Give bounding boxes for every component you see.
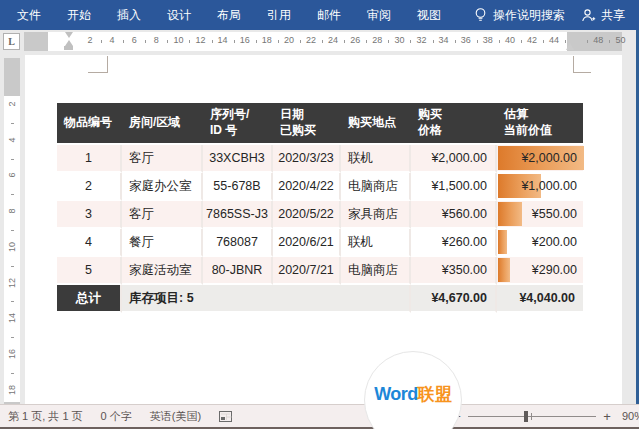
h-ruler-number: 24: [328, 35, 338, 45]
total-purchase-cell[interactable]: ¥4,670.00: [411, 285, 497, 313]
total-current-cell[interactable]: ¥4,040.00: [497, 285, 583, 313]
cell-room[interactable]: 家庭活动室: [122, 257, 203, 285]
zoom-level[interactable]: 90%: [618, 410, 639, 422]
zoom-slider-thumb[interactable]: [524, 411, 528, 422]
h-ruler-tick: [145, 40, 146, 43]
cell-place[interactable]: 电脑商店: [341, 257, 411, 285]
document-page[interactable]: 物品编号 房间/区域 序列号/ID 号 日期已购买 购买地点 购买价格 估算当前…: [25, 55, 622, 404]
h-ruler-number: 8: [154, 35, 159, 45]
tab-mailings[interactable]: 邮件: [304, 0, 354, 30]
zoom-in-button[interactable]: +: [602, 409, 612, 424]
header-purchase-price[interactable]: 购买价格: [411, 103, 497, 145]
horizontal-ruler[interactable]: 2468101214161820222426283032343638404244…: [24, 32, 622, 51]
v-ruler-tick: [11, 159, 14, 160]
word-app-window: 文件 开始 插入 设计 布局 引用 邮件 审阅 视图 操作说明搜索 共享 L: [0, 0, 639, 429]
cell-date[interactable]: 2020/4/22: [273, 173, 341, 201]
cell-place[interactable]: 家具商店: [341, 201, 411, 229]
left-indent-marker[interactable]: [64, 46, 73, 50]
right-indent-marker[interactable]: [566, 43, 574, 50]
cell-item-number[interactable]: 3: [57, 201, 122, 229]
total-label-cell[interactable]: 总计: [57, 285, 122, 313]
cell-room[interactable]: 客厅: [122, 201, 203, 229]
cell-place[interactable]: 电脑商店: [341, 173, 411, 201]
cell-item-number[interactable]: 4: [57, 229, 122, 257]
v-ruler-number: 4: [7, 132, 17, 148]
cell-place[interactable]: 联机: [341, 229, 411, 257]
cell-current-value[interactable]: ¥1,000.00: [497, 173, 583, 201]
tab-home[interactable]: 开始: [54, 0, 104, 30]
v-ruler-number: 12: [7, 275, 17, 291]
header-purchase-place[interactable]: 购买地点: [341, 103, 411, 145]
macro-record-icon[interactable]: [219, 411, 232, 422]
cell-current-value[interactable]: ¥2,000.00: [497, 145, 583, 173]
cell-date[interactable]: 2020/6/21: [273, 229, 341, 257]
h-ruler-number: 22: [306, 35, 316, 45]
header-current-value[interactable]: 估算当前价值: [497, 103, 583, 145]
h-ruler-tick: [322, 40, 323, 43]
cell-price[interactable]: ¥1,500.00: [411, 173, 497, 201]
text-boundary-mark-top-left: [88, 56, 108, 73]
tab-layout[interactable]: 布局: [204, 0, 254, 30]
cell-current-value[interactable]: ¥200.00: [497, 229, 583, 257]
header-date-purchased[interactable]: 日期已购买: [273, 103, 341, 145]
h-ruler-number: 12: [195, 35, 205, 45]
v-ruler-number: 18: [7, 382, 17, 398]
vertical-ruler[interactable]: 24681012141618: [4, 58, 20, 404]
cell-item-number[interactable]: 1: [57, 145, 122, 173]
h-ruler-number: 42: [527, 35, 537, 45]
cell-price[interactable]: ¥350.00: [411, 257, 497, 285]
cell-date[interactable]: 2020/3/23: [273, 145, 341, 173]
cell-date[interactable]: 2020/7/21: [273, 257, 341, 285]
zoom-slider[interactable]: [468, 416, 596, 417]
cell-item-number[interactable]: 5: [57, 257, 122, 285]
tab-selector-button[interactable]: L: [3, 33, 20, 50]
first-line-indent-marker[interactable]: [65, 32, 73, 38]
share-button[interactable]: 共享: [581, 7, 625, 24]
cell-serial[interactable]: 55-678B: [203, 173, 273, 201]
h-ruler-number: 30: [394, 35, 404, 45]
h-ruler-tick: [278, 40, 279, 43]
cell-item-number[interactable]: 2: [57, 173, 122, 201]
tell-me-label: 操作说明搜索: [493, 7, 565, 24]
tab-review[interactable]: 审阅: [354, 0, 404, 30]
cell-serial[interactable]: 33XCBH3: [203, 145, 273, 173]
cell-serial[interactable]: 80-JBNR: [203, 257, 273, 285]
tab-design[interactable]: 设计: [154, 0, 204, 30]
total-items-cell[interactable]: 库存项目: 5: [122, 285, 411, 313]
word-count[interactable]: 0 个字: [101, 409, 132, 424]
v-ruler-number: 14: [7, 310, 17, 326]
cell-room[interactable]: 餐厅: [122, 229, 203, 257]
tab-insert[interactable]: 插入: [104, 0, 154, 30]
cell-current-value[interactable]: ¥550.00: [497, 201, 583, 229]
tell-me-search[interactable]: 操作说明搜索: [474, 7, 565, 24]
v-ruler-tick: [11, 373, 14, 374]
h-ruler-tick: [167, 40, 168, 43]
cell-date[interactable]: 2020/5/22: [273, 201, 341, 229]
cell-room[interactable]: 家庭办公室: [122, 173, 203, 201]
h-ruler-number: 34: [439, 35, 449, 45]
header-serial-id[interactable]: 序列号/ID 号: [203, 103, 273, 145]
tab-file[interactable]: 文件: [4, 0, 54, 30]
cell-place[interactable]: 联机: [341, 145, 411, 173]
cell-price[interactable]: ¥560.00: [411, 201, 497, 229]
cell-price[interactable]: ¥260.00: [411, 229, 497, 257]
page-info[interactable]: 第 1 页, 共 1 页: [8, 409, 83, 424]
language-status[interactable]: 英语(美国): [150, 409, 201, 424]
v-ruler-tick: [11, 230, 14, 231]
tab-references[interactable]: 引用: [254, 0, 304, 30]
cell-serial[interactable]: 7865SS-J3: [203, 201, 273, 229]
cell-price[interactable]: ¥2,000.00: [411, 145, 497, 173]
header-room-area[interactable]: 房间/区域: [122, 103, 203, 145]
table-header-row: 物品编号 房间/区域 序列号/ID 号 日期已购买 购买地点 购买价格 估算当前…: [57, 103, 583, 145]
h-ruler-number: 44: [549, 35, 559, 45]
cell-serial[interactable]: 768087: [203, 229, 273, 257]
v-ruler-tick: [11, 123, 14, 124]
h-ruler-number: 2: [87, 35, 92, 45]
cell-current-value[interactable]: ¥290.00: [497, 257, 583, 285]
cell-room[interactable]: 客厅: [122, 145, 203, 173]
tab-view[interactable]: 视图: [404, 0, 454, 30]
inventory-table: 物品编号 房间/区域 序列号/ID 号 日期已购买 购买地点 购买价格 估算当前…: [57, 103, 583, 313]
header-item-number[interactable]: 物品编号: [57, 103, 122, 145]
v-ruler-number: 8: [7, 203, 17, 219]
h-ruler-tick: [477, 40, 478, 43]
